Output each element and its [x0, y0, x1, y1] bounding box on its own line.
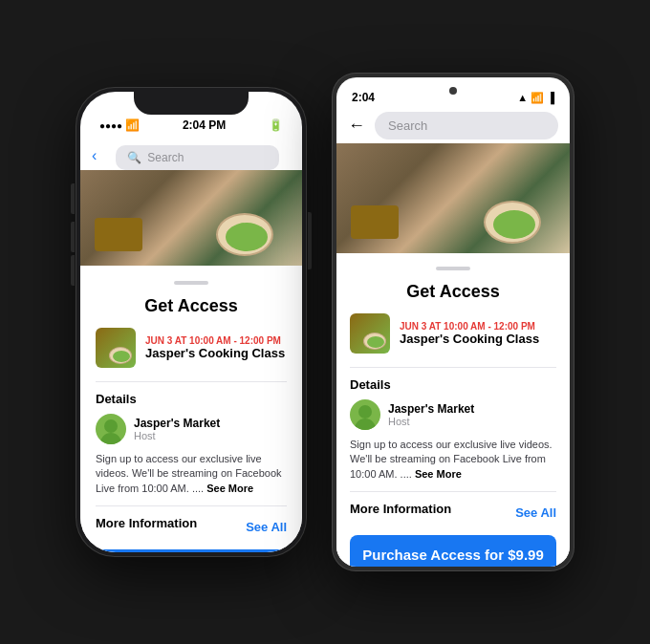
- host-avatar: [96, 414, 126, 444]
- android-food-hero-image: [336, 143, 570, 253]
- android-food-bowl: [484, 201, 541, 244]
- android-host-role: Host: [388, 416, 474, 427]
- purchase-button[interactable]: Purchase Access for $9.99: [96, 549, 287, 552]
- signal-bars-icon: ●●●●: [99, 120, 122, 131]
- back-icon[interactable]: ‹: [92, 147, 97, 164]
- event-date: JUN 3 AT 10:00 AM - 12:00 PM: [145, 335, 285, 346]
- android-signal-icon: ▲: [517, 92, 528, 103]
- event-thumb-bowl: [109, 347, 132, 364]
- android-details-section-title: Details: [350, 377, 556, 392]
- android-search-placeholder: Search: [388, 118, 427, 133]
- event-info-row: JUN 3 AT 10:00 AM - 12:00 PM Jasper's Co…: [96, 328, 287, 368]
- wifi-icon: 📶: [125, 118, 140, 132]
- android-cutting-board: [351, 205, 399, 239]
- android-see-all-link[interactable]: See All: [515, 505, 556, 520]
- food-bowl-decoration: [216, 213, 273, 256]
- see-all-link[interactable]: See All: [246, 520, 287, 534]
- modal-sheet: Get Access JUN 3 AT 10:00 AM - 12:00 PM …: [80, 266, 302, 552]
- details-section-title: Details: [96, 392, 287, 406]
- more-info-row: More Information See All: [96, 516, 287, 538]
- see-more-link[interactable]: See More: [206, 483, 253, 494]
- android-more-info-row: More Information See All: [350, 502, 556, 524]
- modal-handle: [174, 281, 208, 285]
- android-modal-handle: [436, 267, 470, 270]
- divider-2: [96, 505, 287, 506]
- android-event-thumbnail: [350, 313, 390, 354]
- iphone-search-bar[interactable]: 🔍 Search: [116, 145, 279, 170]
- iphone-time: 2:04 PM: [183, 118, 226, 132]
- android-event-name: Jasper's Cooking Class: [400, 332, 539, 346]
- android-event-description: Sign up to access our exclusive live vid…: [350, 438, 556, 482]
- android-search-bar[interactable]: Search: [375, 112, 558, 140]
- event-thumbnail: [96, 328, 136, 368]
- android-icons: ▲ 📶 ▐: [517, 92, 554, 104]
- android-time: 2:04: [352, 91, 375, 104]
- iphone-back-nav: ‹ 🔍 Search: [92, 141, 291, 170]
- android-host-name: Jasper's Market: [388, 402, 474, 416]
- event-description: Sign up to access our exclusive live vid…: [96, 452, 287, 496]
- android-back-icon[interactable]: ←: [348, 116, 365, 136]
- cutting-board-decoration: [95, 218, 142, 251]
- more-info-label: More Information: [96, 516, 197, 530]
- android-see-more-link[interactable]: See More: [415, 468, 462, 480]
- android-event-date: JUN 3 AT 10:00 AM - 12:00 PM: [400, 321, 539, 332]
- divider-1: [96, 381, 287, 382]
- battery-icon: 🔋: [269, 118, 283, 132]
- iphone-signal: ●●●● 📶: [99, 118, 140, 132]
- android-wifi-icon: 📶: [531, 92, 544, 104]
- android-more-info-label: More Information: [350, 502, 451, 516]
- host-info-row: Jasper's Market Host: [96, 414, 287, 444]
- host-name: Jasper's Market: [134, 417, 220, 430]
- android-camera: [449, 87, 457, 95]
- android-nav-row: ← Search: [336, 108, 570, 143]
- food-hero-image: [80, 170, 302, 266]
- search-placeholder: Search: [147, 151, 184, 164]
- iphone-notch: [134, 92, 249, 115]
- android-device: 2:04 ▲ 📶 ▐ ← Search: [333, 74, 574, 570]
- android-event-info-row: JUN 3 AT 10:00 AM - 12:00 PM Jasper's Co…: [350, 313, 556, 354]
- search-icon: 🔍: [127, 151, 141, 164]
- android-host-info-row: Jasper's Market Host: [350, 399, 556, 430]
- android-purchase-button[interactable]: Purchase Access for $9.99: [350, 535, 556, 567]
- android-modal-sheet: Get Access JUN 3 AT 10:00 AM - 12:00 PM …: [336, 253, 570, 567]
- android-event-thumb-bowl: [363, 333, 386, 350]
- host-role: Host: [134, 430, 220, 441]
- modal-title: Get Access: [96, 296, 287, 316]
- iphone-device: ●●●● 📶 2:04 PM 🔋 ‹ 🔍 Search: [76, 88, 306, 556]
- android-host-avatar: [350, 399, 380, 430]
- android-battery-icon: ▐: [547, 92, 554, 103]
- iphone-battery: 🔋: [269, 118, 283, 132]
- android-modal-title: Get Access: [350, 282, 556, 302]
- android-divider-1: [350, 367, 556, 368]
- event-name: Jasper's Cooking Class: [145, 346, 285, 360]
- android-divider-2: [350, 491, 556, 492]
